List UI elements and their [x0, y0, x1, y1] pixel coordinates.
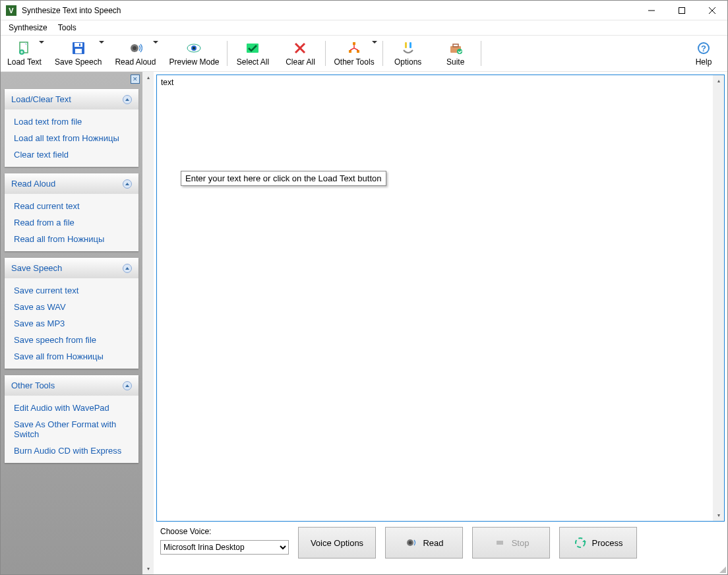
choose-voice-label: Choose Voice:	[160, 527, 289, 536]
toolbar: Load Text Save Speech Read Aloud Preview…	[1, 35, 727, 72]
voice-select[interactable]: Microsoft Irina Desktop	[160, 540, 289, 555]
placeholder-tooltip: Enter your text here or click on the Loa…	[181, 171, 386, 186]
titlebar: V Synthesize Text into Speech	[1, 1, 727, 20]
toolbar-label: Help	[696, 57, 712, 67]
toolbar-separator	[325, 41, 326, 66]
panel-title: Other Tools	[11, 380, 55, 390]
link-load-text-from-file[interactable]: Load text from file	[5, 113, 138, 130]
document-icon	[17, 40, 32, 56]
editor-text: text	[161, 78, 173, 87]
link-save-current-text[interactable]: Save current text	[5, 282, 138, 299]
close-button[interactable]	[697, 1, 727, 20]
text-editor[interactable]: text Enter your text here or click on th…	[156, 75, 725, 522]
svg-line-23	[350, 48, 354, 50]
app-icon: V	[6, 5, 16, 16]
maximize-button[interactable]	[667, 1, 697, 20]
link-load-all-text[interactable]: Load all text from Ножницы	[5, 130, 138, 146]
toolbar-save-speech[interactable]: Save Speech	[48, 37, 108, 70]
svg-rect-35	[497, 541, 503, 545]
sidebar: ✕ Load/Clear Text Load text from file Lo…	[1, 72, 142, 574]
panel-header-load-clear[interactable]: Load/Clear Text	[5, 89, 138, 109]
resize-grip[interactable]	[718, 565, 726, 573]
scroll-down-icon[interactable]: ▾	[713, 510, 724, 521]
panel-header-other-tools[interactable]: Other Tools	[5, 375, 138, 396]
panel-title: Read Aloud	[11, 179, 55, 189]
speaker-icon	[128, 40, 142, 56]
sidebar-close[interactable]: ✕	[131, 75, 140, 84]
svg-rect-1	[679, 7, 685, 13]
panel-header-read-aloud[interactable]: Read Aloud	[5, 173, 138, 194]
link-clear-text-field[interactable]: Clear text field	[5, 146, 138, 163]
button-label: Voice Options	[311, 538, 363, 548]
minimize-button[interactable]	[636, 1, 667, 20]
panel-title: Save Speech	[11, 263, 62, 273]
panel-load-clear: Load/Clear Text Load text from file Load…	[5, 89, 138, 167]
toolbar-label: Options	[394, 57, 421, 67]
svg-rect-16	[247, 44, 258, 53]
chevron-up-icon	[123, 264, 132, 273]
svg-rect-19	[353, 42, 355, 45]
toolbar-label: Preview Mode	[169, 57, 219, 67]
toolbar-preview-mode[interactable]: Preview Mode	[162, 37, 226, 70]
toolbar-label: Suite	[446, 57, 464, 67]
scroll-up-icon[interactable]: ▴	[713, 75, 724, 86]
toolbar-help[interactable]: ? Help	[680, 37, 727, 70]
chevron-up-icon	[123, 95, 132, 104]
svg-rect-26	[410, 42, 411, 48]
chevron-down-icon	[153, 41, 158, 44]
toolbar-suite[interactable]: Suite	[432, 37, 479, 70]
svg-rect-21	[357, 50, 359, 53]
toolbar-label: Load Text	[7, 57, 42, 67]
toolbar-label: Clear All	[286, 57, 315, 67]
svg-rect-25	[405, 42, 407, 48]
svg-rect-28	[453, 44, 458, 47]
scroll-down-icon[interactable]: ▾	[142, 563, 154, 574]
toolbar-other-tools[interactable]: Other Tools	[327, 37, 380, 70]
link-burn-audio-cd[interactable]: Burn Audio CD with Express	[5, 442, 138, 459]
editor-scrollbar[interactable]: ▴ ▾	[713, 75, 724, 521]
link-read-all[interactable]: Read all from Ножницы	[5, 231, 138, 247]
read-button[interactable]: Read	[385, 527, 463, 559]
button-label: Read	[423, 538, 443, 548]
svg-rect-8	[75, 43, 82, 47]
stop-icon	[493, 536, 506, 549]
toolbar-separator	[382, 41, 383, 66]
toolbar-select-all[interactable]: Select All	[229, 37, 276, 70]
link-save-speech-from-file[interactable]: Save speech from file	[5, 332, 138, 348]
toolbar-label: Select All	[237, 57, 269, 67]
menu-synthesize[interactable]: Synthesize	[3, 22, 53, 34]
toolbar-options[interactable]: Options	[384, 37, 432, 70]
save-icon	[71, 40, 86, 56]
scroll-up-icon[interactable]: ▴	[142, 72, 154, 83]
link-save-other-format[interactable]: Save As Other Format with Switch	[5, 416, 138, 442]
toolbar-read-aloud[interactable]: Read Aloud	[108, 37, 162, 70]
toolbar-label: Save Speech	[55, 57, 102, 67]
toolbar-separator	[227, 41, 228, 66]
menubar: Synthesize Tools	[1, 20, 727, 35]
voice-options-button[interactable]: Voice Options	[298, 527, 376, 559]
tools-icon	[347, 40, 361, 56]
panel-header-save-speech[interactable]: Save Speech	[5, 258, 138, 278]
svg-rect-10	[79, 44, 80, 46]
link-read-from-file[interactable]: Read from a file	[5, 214, 138, 231]
stop-button[interactable]: Stop	[472, 527, 550, 559]
bottom-bar: Choose Voice: Microsoft Irina Desktop Vo…	[154, 522, 727, 574]
process-button[interactable]: Process	[559, 527, 637, 559]
link-save-as-mp3[interactable]: Save as MP3	[5, 315, 138, 332]
link-read-current-text[interactable]: Read current text	[5, 198, 138, 214]
chevron-down-icon	[99, 41, 104, 44]
chevron-down-icon	[372, 41, 377, 44]
menu-tools[interactable]: Tools	[53, 22, 82, 34]
speaker-icon	[404, 536, 417, 549]
sidebar-scrollbar[interactable]: ▴ ▾	[142, 72, 154, 574]
svg-rect-20	[349, 50, 351, 53]
toolbar-load-text[interactable]: Load Text	[1, 37, 48, 70]
suite-icon	[448, 40, 463, 56]
panel-other-tools: Other Tools Edit Audio with WavePad Save…	[5, 375, 138, 463]
clear-icon	[293, 40, 307, 56]
link-save-as-wav[interactable]: Save as WAV	[5, 299, 138, 315]
link-save-all[interactable]: Save all from Ножницы	[5, 348, 138, 365]
svg-point-34	[409, 541, 412, 545]
link-edit-audio-wavepad[interactable]: Edit Audio with WavePad	[5, 400, 138, 416]
toolbar-clear-all[interactable]: Clear All	[276, 37, 324, 70]
